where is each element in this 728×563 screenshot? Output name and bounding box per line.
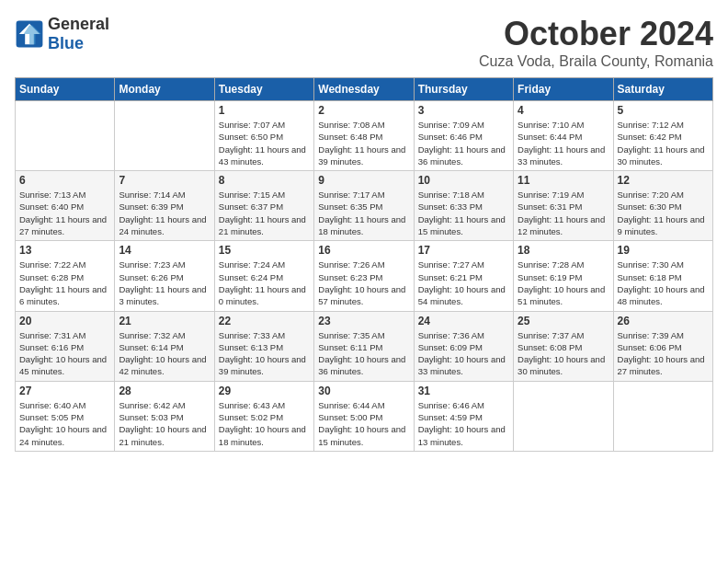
- logo-text: General Blue: [48, 15, 109, 53]
- calendar-cell: 17Sunrise: 7:27 AM Sunset: 6:21 PM Dayli…: [414, 241, 513, 311]
- day-number: 27: [19, 385, 110, 397]
- location-title: Cuza Voda, Braila County, Romania: [479, 53, 713, 70]
- calendar-cell: [613, 381, 712, 451]
- calendar-cell: 30Sunrise: 6:44 AM Sunset: 5:00 PM Dayli…: [314, 381, 414, 451]
- calendar-cell: 7Sunrise: 7:14 AM Sunset: 6:39 PM Daylig…: [115, 171, 214, 241]
- day-info: Sunrise: 6:40 AM Sunset: 5:05 PM Dayligh…: [19, 399, 110, 448]
- title-block: October 2024 Cuza Voda, Braila County, R…: [479, 15, 713, 70]
- day-number: 4: [518, 104, 609, 117]
- day-info: Sunrise: 7:28 AM Sunset: 6:19 PM Dayligh…: [518, 259, 609, 307]
- calendar-cell: 21Sunrise: 7:32 AM Sunset: 6:14 PM Dayli…: [115, 311, 214, 381]
- calendar-cell: 31Sunrise: 6:46 AM Sunset: 4:59 PM Dayli…: [414, 381, 513, 451]
- calendar-week-4: 20Sunrise: 7:31 AM Sunset: 6:16 PM Dayli…: [16, 311, 713, 381]
- day-number: 11: [518, 174, 609, 187]
- day-number: 23: [318, 315, 409, 327]
- weekday-header-monday: Monday: [115, 78, 214, 101]
- day-info: Sunrise: 7:07 AM Sunset: 6:50 PM Dayligh…: [219, 119, 310, 167]
- day-info: Sunrise: 7:15 AM Sunset: 6:37 PM Dayligh…: [219, 189, 310, 237]
- calendar-cell: 12Sunrise: 7:20 AM Sunset: 6:30 PM Dayli…: [613, 171, 712, 241]
- day-number: 16: [318, 244, 409, 257]
- day-number: 22: [219, 315, 310, 327]
- calendar-cell: 8Sunrise: 7:15 AM Sunset: 6:37 PM Daylig…: [214, 171, 313, 241]
- day-number: 25: [518, 315, 609, 327]
- day-info: Sunrise: 7:12 AM Sunset: 6:42 PM Dayligh…: [618, 119, 709, 167]
- day-info: Sunrise: 7:32 AM Sunset: 6:14 PM Dayligh…: [119, 329, 210, 378]
- day-info: Sunrise: 7:39 AM Sunset: 6:06 PM Dayligh…: [618, 329, 709, 378]
- calendar-cell: 5Sunrise: 7:12 AM Sunset: 6:42 PM Daylig…: [613, 101, 712, 171]
- day-number: 3: [418, 104, 509, 117]
- day-number: 26: [618, 315, 709, 327]
- calendar-cell: 22Sunrise: 7:33 AM Sunset: 6:13 PM Dayli…: [214, 311, 313, 381]
- day-number: 14: [119, 244, 210, 257]
- calendar-cell: 19Sunrise: 7:30 AM Sunset: 6:18 PM Dayli…: [613, 241, 712, 311]
- day-info: Sunrise: 7:33 AM Sunset: 6:13 PM Dayligh…: [219, 329, 310, 378]
- day-number: 17: [418, 244, 509, 257]
- day-info: Sunrise: 7:27 AM Sunset: 6:21 PM Dayligh…: [418, 259, 509, 307]
- day-info: Sunrise: 6:42 AM Sunset: 5:03 PM Dayligh…: [119, 399, 210, 448]
- day-info: Sunrise: 7:18 AM Sunset: 6:33 PM Dayligh…: [418, 189, 509, 237]
- day-number: 18: [518, 244, 609, 257]
- day-info: Sunrise: 7:24 AM Sunset: 6:24 PM Dayligh…: [219, 259, 310, 307]
- day-number: 12: [618, 174, 709, 187]
- day-number: 5: [618, 104, 709, 117]
- day-number: 19: [618, 244, 709, 257]
- calendar-cell: [514, 381, 613, 451]
- day-info: Sunrise: 7:37 AM Sunset: 6:08 PM Dayligh…: [518, 329, 609, 378]
- calendar-cell: [115, 101, 214, 171]
- day-info: Sunrise: 7:19 AM Sunset: 6:31 PM Dayligh…: [518, 189, 609, 237]
- day-number: 15: [219, 244, 310, 257]
- weekday-header-saturday: Saturday: [613, 78, 712, 101]
- calendar-cell: 2Sunrise: 7:08 AM Sunset: 6:48 PM Daylig…: [314, 101, 414, 171]
- day-info: Sunrise: 7:26 AM Sunset: 6:23 PM Dayligh…: [318, 259, 409, 307]
- day-number: 28: [119, 385, 210, 397]
- day-info: Sunrise: 7:08 AM Sunset: 6:48 PM Dayligh…: [318, 119, 409, 167]
- day-number: 13: [19, 244, 110, 257]
- day-info: Sunrise: 7:14 AM Sunset: 6:39 PM Dayligh…: [119, 189, 210, 237]
- calendar-cell: 13Sunrise: 7:22 AM Sunset: 6:28 PM Dayli…: [16, 241, 115, 311]
- calendar-cell: 1Sunrise: 7:07 AM Sunset: 6:50 PM Daylig…: [214, 101, 313, 171]
- calendar-cell: 10Sunrise: 7:18 AM Sunset: 6:33 PM Dayli…: [414, 171, 513, 241]
- weekday-header-friday: Friday: [514, 78, 613, 101]
- calendar-cell: 24Sunrise: 7:36 AM Sunset: 6:09 PM Dayli…: [414, 311, 513, 381]
- day-info: Sunrise: 7:31 AM Sunset: 6:16 PM Dayligh…: [19, 329, 110, 378]
- weekday-header-tuesday: Tuesday: [214, 78, 313, 101]
- day-number: 1: [219, 104, 310, 117]
- day-info: Sunrise: 7:13 AM Sunset: 6:40 PM Dayligh…: [19, 189, 110, 237]
- day-info: Sunrise: 6:44 AM Sunset: 5:00 PM Dayligh…: [318, 399, 409, 448]
- calendar-cell: [16, 101, 115, 171]
- weekday-header-wednesday: Wednesday: [314, 78, 414, 101]
- day-info: Sunrise: 7:20 AM Sunset: 6:30 PM Dayligh…: [618, 189, 709, 237]
- day-info: Sunrise: 7:23 AM Sunset: 6:26 PM Dayligh…: [119, 259, 210, 307]
- day-number: 24: [418, 315, 509, 327]
- calendar-cell: 9Sunrise: 7:17 AM Sunset: 6:35 PM Daylig…: [314, 171, 414, 241]
- calendar-cell: 28Sunrise: 6:42 AM Sunset: 5:03 PM Dayli…: [115, 381, 214, 451]
- day-info: Sunrise: 7:35 AM Sunset: 6:11 PM Dayligh…: [318, 329, 409, 378]
- calendar-cell: 23Sunrise: 7:35 AM Sunset: 6:11 PM Dayli…: [314, 311, 414, 381]
- calendar-cell: 18Sunrise: 7:28 AM Sunset: 6:19 PM Dayli…: [514, 241, 613, 311]
- calendar-cell: 16Sunrise: 7:26 AM Sunset: 6:23 PM Dayli…: [314, 241, 414, 311]
- calendar-cell: 6Sunrise: 7:13 AM Sunset: 6:40 PM Daylig…: [16, 171, 115, 241]
- weekday-header-thursday: Thursday: [414, 78, 513, 101]
- day-number: 30: [318, 385, 409, 397]
- day-number: 7: [119, 174, 210, 187]
- day-info: Sunrise: 7:22 AM Sunset: 6:28 PM Dayligh…: [19, 259, 110, 307]
- day-number: 2: [318, 104, 409, 117]
- day-number: 20: [19, 315, 110, 327]
- day-number: 10: [418, 174, 509, 187]
- calendar-week-2: 6Sunrise: 7:13 AM Sunset: 6:40 PM Daylig…: [16, 171, 713, 241]
- month-title: October 2024: [479, 15, 713, 53]
- calendar-cell: 26Sunrise: 7:39 AM Sunset: 6:06 PM Dayli…: [613, 311, 712, 381]
- day-info: Sunrise: 7:10 AM Sunset: 6:44 PM Dayligh…: [518, 119, 609, 167]
- calendar-cell: 15Sunrise: 7:24 AM Sunset: 6:24 PM Dayli…: [214, 241, 313, 311]
- day-number: 29: [219, 385, 310, 397]
- day-info: Sunrise: 6:43 AM Sunset: 5:02 PM Dayligh…: [219, 399, 310, 448]
- logo-icon: [15, 19, 44, 49]
- weekday-header-row: SundayMondayTuesdayWednesdayThursdayFrid…: [16, 78, 713, 101]
- calendar-cell: 14Sunrise: 7:23 AM Sunset: 6:26 PM Dayli…: [115, 241, 214, 311]
- calendar-cell: 25Sunrise: 7:37 AM Sunset: 6:08 PM Dayli…: [514, 311, 613, 381]
- calendar-table: SundayMondayTuesdayWednesdayThursdayFrid…: [15, 77, 713, 452]
- page-header: General Blue October 2024 Cuza Voda, Bra…: [15, 15, 713, 70]
- day-info: Sunrise: 6:46 AM Sunset: 4:59 PM Dayligh…: [418, 399, 509, 448]
- day-number: 9: [318, 174, 409, 187]
- calendar-cell: 20Sunrise: 7:31 AM Sunset: 6:16 PM Dayli…: [16, 311, 115, 381]
